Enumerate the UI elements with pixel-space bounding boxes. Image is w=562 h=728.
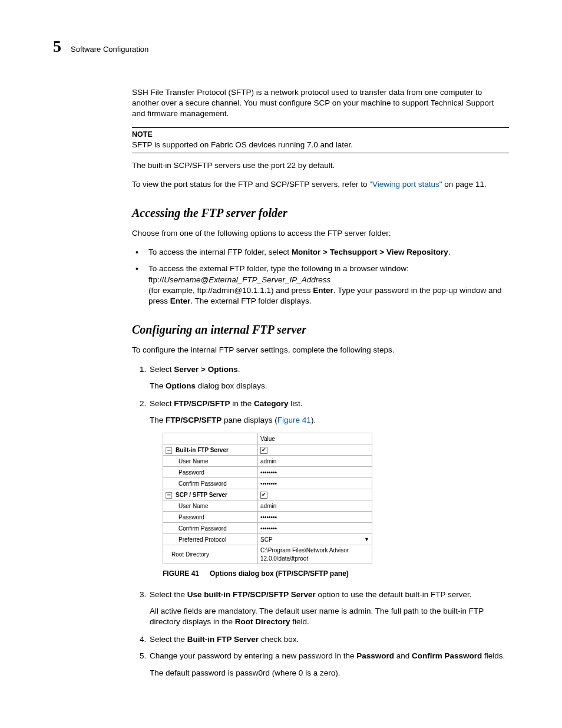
note-rule-top [132, 127, 509, 128]
figure-caption-text: Options dialog box (FTP/SCP/SFTP pane) [210, 569, 349, 578]
s2-sub: The FTP/SCP/SFTP pane displays (Figure 4… [150, 415, 509, 426]
note-label: NOTE [132, 130, 509, 140]
root-value: C:\Program Files\Network Advisor 12.0.0\… [258, 545, 372, 564]
port-paragraph: The built-in SCP/SFTP servers use the po… [132, 160, 509, 171]
section-title: Software Configuration [71, 44, 148, 55]
user2-value[interactable]: admin [258, 500, 372, 512]
step-5: Change your password by entering a new p… [148, 651, 509, 678]
access-bullet-2: To access the external FTP folder, type … [132, 263, 509, 307]
b2-l3-enter2: Enter [170, 297, 191, 305]
b2-l2-italic: Username@External_FTP_Server_IP_Address [164, 275, 330, 284]
viewport-pre: To view the port status for the FTP and … [132, 180, 369, 189]
row-root: Root Directory [163, 545, 258, 564]
b2-l3-enter1: Enter [313, 286, 333, 295]
viewport-paragraph: To view the port status for the FTP and … [132, 179, 509, 190]
row-proto: Preferred Protocol [163, 534, 258, 545]
step-2: Select FTP/SCP/SFTP in the Category list… [148, 398, 509, 579]
steps-list: Select Server > Options. The Options dia… [132, 364, 509, 678]
row-user1: User Name [163, 456, 258, 467]
viewport-post: on page 11. [442, 180, 487, 189]
step-4: Select the Built-in FTP Server check box… [148, 634, 509, 645]
chevron-down-icon: ▼ [364, 536, 369, 543]
row-user2: User Name [163, 500, 258, 512]
conf2-value[interactable]: •••••••• [258, 523, 372, 534]
s1-post: . [238, 365, 240, 374]
viewing-port-status-link[interactable]: "Viewing port status" [369, 180, 442, 189]
figure-caption: FIGURE 41Options dialog box (FTP/SCP/SFT… [163, 569, 509, 578]
row-conf1: Confirm Password [163, 478, 258, 489]
sftp-paragraph: SSH File Transfer Protocol (SFTP) is a n… [132, 87, 509, 120]
configuring-lead: To configure the internal FTP server set… [132, 345, 509, 355]
scp-sftp-checkbox[interactable]: ✔ [258, 489, 372, 500]
b1-bold: Monitor > Techsupport > View Repository [292, 248, 448, 256]
b2-l2-pre: ftp:// [148, 275, 164, 284]
checkbox-icon: ✔ [260, 492, 267, 499]
chapter-number: 5 [53, 35, 61, 58]
configuring-heading: Configuring an internal FTP server [132, 322, 509, 338]
s1-sub: The Options dialog box displays. [150, 381, 509, 391]
proto-dropdown[interactable]: SCP▼ [258, 534, 372, 545]
pass2-value[interactable]: •••••••• [258, 512, 372, 523]
note-rule-bottom [132, 153, 509, 153]
step-1: Select Server > Options. The Options dia… [148, 364, 509, 391]
s1-bold: Server > Options [174, 365, 237, 374]
s5-sub: The default password is passw0rd (where … [150, 668, 509, 678]
user1-value[interactable]: admin [258, 456, 372, 467]
b2-l1: To access the external FTP folder, type … [148, 264, 409, 273]
page-header: 5 Software Configuration [53, 35, 509, 58]
s2-pre: Select [150, 399, 174, 408]
s2-mid: in the [230, 399, 254, 408]
col-empty [163, 433, 258, 444]
s3-sub: All active fields are mandatory. The def… [150, 606, 509, 627]
step-3: Select the Use built-in FTP/SCP/SFTP Ser… [148, 589, 509, 628]
s2-b2: Category [254, 399, 289, 408]
access-bullet-1: To access the internal FTP folder, selec… [132, 247, 509, 258]
access-bullet-list: To access the internal FTP folder, selec… [132, 247, 509, 307]
figure-41: Value −Built-in FTP Server✔ User Nameadm… [163, 433, 509, 564]
ftp-pane-table: Value −Built-in FTP Server✔ User Nameadm… [163, 433, 372, 564]
collapse-icon[interactable]: − [166, 492, 172, 499]
row-pass2: Password [163, 512, 258, 523]
s2-b1: FTP/SCP/SFTP [174, 399, 230, 408]
pass1-value[interactable]: •••••••• [258, 467, 372, 478]
row-builtin-ftp[interactable]: −Built-in FTP Server [163, 444, 258, 456]
s1-pre: Select [150, 365, 174, 374]
accessing-heading: Accessing the FTP server folder [132, 205, 509, 221]
checkbox-icon: ✔ [260, 447, 267, 454]
b2-l3-pre: (for example, ftp://admin@10.1.1.1) and … [148, 286, 313, 295]
b1-post: . [448, 248, 451, 256]
b2-l3-post: . The external FTP folder displays. [190, 297, 311, 305]
row-scp-sftp[interactable]: −SCP / SFTP Server [163, 489, 258, 500]
col-value: Value [258, 433, 372, 444]
b1-pre: To access the internal FTP folder, selec… [148, 248, 292, 256]
accessing-lead: Choose from one of the following options… [132, 228, 509, 239]
figure-label: FIGURE 41 [163, 569, 199, 578]
note-body: SFTP is supported on Fabric OS devices r… [132, 140, 509, 150]
row-pass1: Password [163, 467, 258, 478]
page-content: SSH File Transfer Protocol (SFTP) is a n… [132, 87, 509, 678]
conf1-value[interactable]: •••••••• [258, 478, 372, 489]
figure-41-link[interactable]: Figure 41 [277, 416, 311, 424]
collapse-icon[interactable]: − [166, 447, 172, 454]
s2-post: list. [289, 399, 303, 408]
builtin-ftp-checkbox[interactable]: ✔ [258, 444, 372, 456]
row-conf2: Confirm Password [163, 523, 258, 534]
